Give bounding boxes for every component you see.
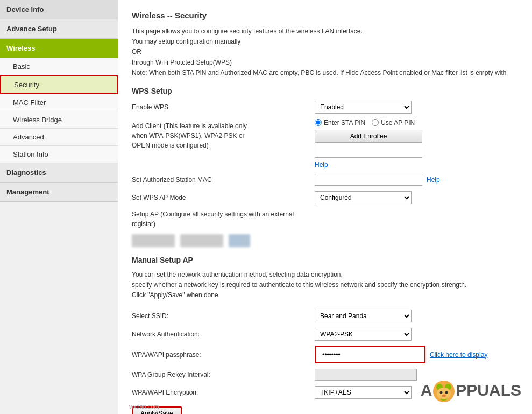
enable-wps-control: Enabled Disabled (315, 101, 412, 114)
wps-ap-mode-control: Configured Unconfigured (315, 191, 412, 204)
add-enrollee-button[interactable]: Add Enrollee (315, 130, 422, 143)
add-client-help-link[interactable]: Help (315, 161, 422, 169)
page-title: Wireless -- Security (132, 11, 519, 20)
rekey-interval-label: WPA Group Rekey Interval: (132, 370, 315, 380)
sidebar-item-mac-filter[interactable]: MAC Filter (0, 94, 118, 111)
select-ssid-control: Bear and Panda (315, 310, 412, 322)
rekey-interval-input[interactable]: 0 (315, 369, 417, 381)
click-display-link[interactable]: Click here to display (430, 351, 487, 359)
encryption-control: TKIP+AES TKIP AES (315, 386, 412, 399)
network-auth-label: Network Authentication: (132, 329, 315, 339)
sidebar-item-basic[interactable]: Basic (0, 58, 118, 75)
passphrase-row: WPA/WAPI passphrase: Click here to displ… (132, 346, 519, 363)
enable-wps-label: Enable WPS (132, 102, 315, 112)
select-ssid-label: Select SSID: (132, 311, 315, 321)
manual-setup-title: Manual Setup AP (132, 256, 519, 264)
wps-ap-mode-select[interactable]: Configured Unconfigured (315, 191, 412, 204)
sidebar-item-device-info[interactable]: Device Info (0, 0, 118, 19)
encryption-label: WPA/WAPI Encryption: (132, 388, 315, 397)
add-client-label: Add Client (This feature is available on… (132, 119, 315, 150)
network-auth-select[interactable]: WPA2-PSK WPA-PSK WPA Open (315, 328, 412, 341)
pin-radio-group: Enter STA PIN Use AP PIN (315, 119, 415, 127)
logo-icon (432, 380, 456, 403)
sidebar: Device Info Advance Setup Wireless Basic… (0, 0, 118, 414)
apply-save-row: Apply/Save (132, 406, 519, 415)
encryption-select[interactable]: TKIP+AES TKIP AES (315, 386, 412, 399)
rekey-interval-row: WPA Group Rekey Interval: 0 (132, 369, 519, 381)
auth-mac-row: Set Authorized Station MAC Help (132, 174, 519, 186)
passphrase-label: WPA/WAPI passphrase: (132, 350, 315, 360)
sidebar-item-advanced[interactable]: Advanced (0, 129, 118, 146)
add-client-row: Add Client (This feature is available on… (132, 119, 519, 169)
network-auth-control: WPA2-PSK WPA-PSK WPA Open (315, 328, 412, 341)
wps-ap-mode-row: Set WPS AP Mode Configured Unconfigured (132, 191, 519, 204)
sidebar-item-wireless[interactable]: Wireless (0, 39, 118, 58)
blurred-btn-2 (180, 234, 223, 247)
svg-point-4 (440, 391, 443, 394)
blurred-buttons-area (132, 234, 519, 247)
auth-mac-help-link[interactable]: Help (427, 176, 440, 184)
blurred-btn-1 (132, 234, 175, 247)
logo-text: A PPUALS (421, 380, 521, 403)
add-client-control: Enter STA PIN Use AP PIN Add Enrollee He… (315, 119, 422, 169)
manual-setup-description: You can set the network authentication m… (132, 270, 519, 301)
setup-ap-label: Setup AP (Configure all security setting… (132, 209, 315, 229)
radio-enter-sta[interactable]: Enter STA PIN (315, 119, 365, 127)
svg-point-3 (437, 388, 451, 399)
radio-use-ap[interactable]: Use AP PIN (372, 119, 415, 127)
auth-mac-input[interactable] (315, 174, 422, 186)
watermark: wxdan.com (129, 403, 159, 410)
enable-wps-row: Enable WPS Enabled Disabled (132, 101, 519, 114)
svg-point-6 (442, 395, 446, 397)
sidebar-item-diagnostics[interactable]: Diagnostics (0, 163, 118, 183)
main-content: Wireless -- Security This page allows yo… (118, 0, 532, 414)
blurred-btn-3 (229, 234, 250, 247)
logo-area: A PPUALS (421, 380, 521, 403)
sidebar-item-security[interactable]: Security (0, 75, 118, 94)
page-description: This page allows you to configure securi… (132, 26, 519, 78)
auth-mac-label: Set Authorized Station MAC (132, 175, 315, 185)
sidebar-item-wireless-bridge[interactable]: Wireless Bridge (0, 111, 118, 129)
rekey-interval-control: 0 (315, 369, 417, 381)
select-ssid-select[interactable]: Bear and Panda (315, 310, 412, 322)
select-ssid-row: Select SSID: Bear and Panda (132, 310, 519, 322)
passphrase-input[interactable] (319, 349, 421, 360)
enable-wps-select[interactable]: Enabled Disabled (315, 101, 412, 114)
svg-point-5 (445, 391, 448, 394)
sidebar-item-advance-setup[interactable]: Advance Setup (0, 19, 118, 39)
passphrase-highlight-box (315, 346, 425, 363)
passphrase-control: Click here to display (315, 346, 487, 363)
network-auth-row: Network Authentication: WPA2-PSK WPA-PSK… (132, 328, 519, 341)
pin-input[interactable] (315, 146, 422, 158)
add-enrollee-area: Add Enrollee Help (315, 130, 422, 169)
auth-mac-control: Help (315, 174, 440, 186)
wps-setup-title: WPS Setup (132, 87, 519, 95)
sidebar-item-station-info[interactable]: Station Info (0, 146, 118, 163)
sidebar-item-management[interactable]: Management (0, 183, 118, 202)
wps-ap-mode-label: Set WPS AP Mode (132, 193, 315, 202)
setup-ap-row: Setup AP (Configure all security setting… (132, 209, 519, 229)
